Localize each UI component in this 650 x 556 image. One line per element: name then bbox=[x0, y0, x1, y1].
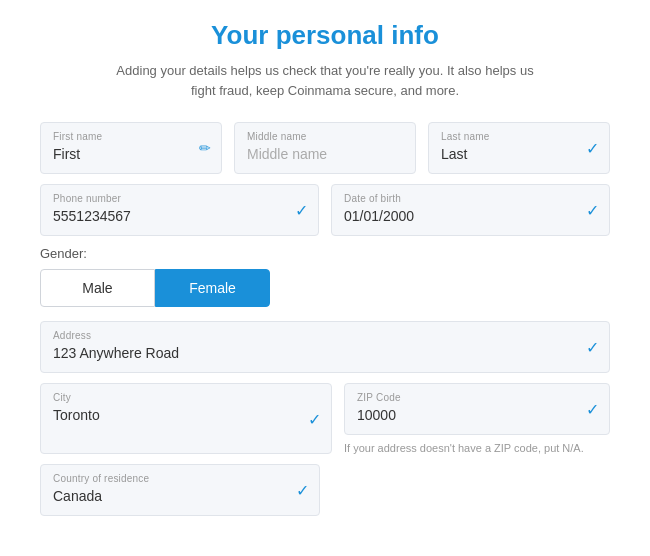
phone-dob-row: Phone number ✓ Date of birth ✓ bbox=[40, 184, 610, 236]
page-subtitle: Adding your details helps us check that … bbox=[115, 61, 535, 100]
zip-check-icon: ✓ bbox=[586, 400, 599, 419]
page-title: Your personal info bbox=[211, 20, 439, 51]
country-row: Country of residence ✓ bbox=[40, 464, 610, 516]
last-name-input[interactable] bbox=[441, 146, 597, 162]
zip-field: ZIP Code ✓ bbox=[344, 383, 610, 435]
dob-label: Date of birth bbox=[344, 193, 597, 204]
address-input[interactable] bbox=[53, 345, 597, 361]
middle-name-label: Middle name bbox=[247, 131, 403, 142]
address-check-icon: ✓ bbox=[586, 338, 599, 357]
address-row: Address ✓ bbox=[40, 321, 610, 373]
country-label: Country of residence bbox=[53, 473, 307, 484]
city-label: City bbox=[53, 392, 319, 403]
country-field: Country of residence ✓ bbox=[40, 464, 320, 516]
city-zip-row: City ✓ ZIP Code ✓ If your address doesn'… bbox=[40, 383, 610, 454]
city-field: City ✓ bbox=[40, 383, 332, 454]
gender-label: Gender: bbox=[40, 246, 610, 261]
middle-name-input[interactable] bbox=[247, 146, 403, 162]
last-name-label: Last name bbox=[441, 131, 597, 142]
country-input[interactable] bbox=[53, 488, 307, 504]
first-name-field: First name ✏ bbox=[40, 122, 222, 174]
last-name-field: Last name ✓ bbox=[428, 122, 610, 174]
last-name-check-icon: ✓ bbox=[586, 139, 599, 158]
gender-buttons: Male Female bbox=[40, 269, 270, 307]
first-name-label: First name bbox=[53, 131, 209, 142]
dob-check-icon: ✓ bbox=[586, 201, 599, 220]
zip-hint: If your address doesn't have a ZIP code,… bbox=[344, 442, 610, 454]
male-button[interactable]: Male bbox=[40, 269, 155, 307]
phone-label: Phone number bbox=[53, 193, 306, 204]
edit-icon: ✏ bbox=[199, 140, 211, 156]
city-input[interactable] bbox=[53, 407, 319, 423]
form-container: First name ✏ Middle name Last name ✓ Pho… bbox=[40, 122, 610, 526]
city-check-icon: ✓ bbox=[308, 409, 321, 428]
zip-label: ZIP Code bbox=[357, 392, 597, 403]
middle-name-field: Middle name bbox=[234, 122, 416, 174]
phone-field: Phone number ✓ bbox=[40, 184, 319, 236]
dob-field: Date of birth ✓ bbox=[331, 184, 610, 236]
address-field: Address ✓ bbox=[40, 321, 610, 373]
dob-input[interactable] bbox=[344, 208, 597, 224]
phone-input[interactable] bbox=[53, 208, 306, 224]
country-check-icon: ✓ bbox=[296, 481, 309, 500]
page-wrapper: Your personal info Adding your details h… bbox=[0, 0, 650, 556]
name-row: First name ✏ Middle name Last name ✓ bbox=[40, 122, 610, 174]
female-button[interactable]: Female bbox=[155, 269, 270, 307]
first-name-input[interactable] bbox=[53, 146, 209, 162]
phone-check-icon: ✓ bbox=[295, 201, 308, 220]
zip-input[interactable] bbox=[357, 407, 597, 423]
address-label: Address bbox=[53, 330, 597, 341]
